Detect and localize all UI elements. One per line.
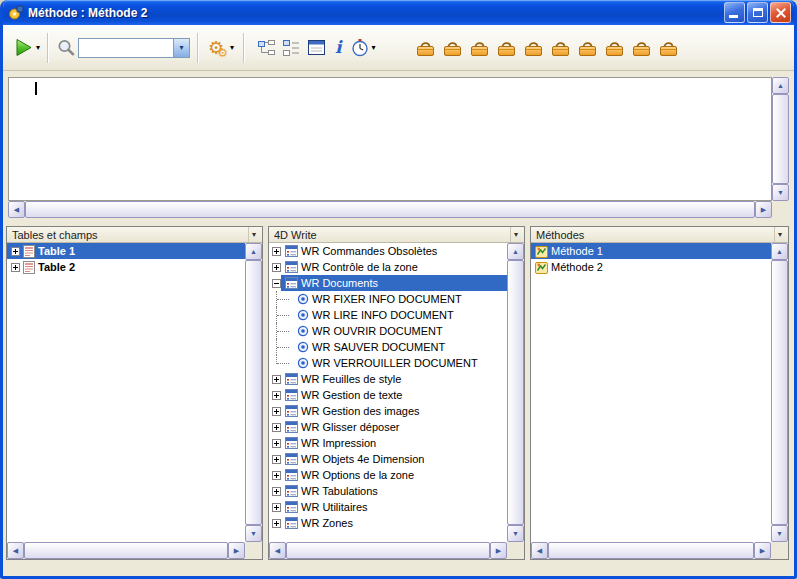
expander-icon[interactable] (272, 423, 281, 432)
tables-vertical-scrollbar[interactable]: ▲▼ (245, 243, 262, 542)
command-row[interactable]: WR OUVRIR DOCUMENT (269, 323, 507, 339)
expander-icon[interactable] (11, 263, 20, 272)
search-input[interactable] (79, 40, 173, 56)
info-button[interactable]: i (335, 39, 341, 56)
editor-vertical-scrollbar[interactable]: ▲▼ (772, 77, 789, 201)
expander-icon[interactable] (272, 503, 281, 512)
scroll-thumb[interactable] (548, 542, 754, 559)
minimize-button[interactable] (724, 2, 745, 23)
expander-icon[interactable] (272, 519, 281, 528)
settings-dropdown-icon[interactable]: ▾ (230, 44, 234, 52)
theme-row[interactable]: WR Gestion des images (269, 403, 507, 419)
expander-icon[interactable] (272, 439, 281, 448)
theme-row[interactable]: WR Zones (269, 515, 507, 531)
theme-row[interactable]: WR Tabulations (269, 483, 507, 499)
methods-horizontal-scrollbar[interactable]: ◀▶ (531, 542, 771, 559)
theme-row[interactable]: WR Objets 4e Dimension (269, 451, 507, 467)
theme-row[interactable]: WR Impression (269, 435, 507, 451)
scroll-thumb[interactable] (25, 201, 755, 218)
scroll-right-button[interactable]: ▶ (490, 542, 507, 559)
command-row[interactable]: WR VERROUILLER DOCUMENT (269, 355, 507, 371)
macro-button-5[interactable] (523, 38, 544, 58)
scroll-thumb[interactable] (245, 260, 262, 525)
collapse-tree-button[interactable] (283, 40, 300, 56)
scroll-down-button[interactable]: ▼ (772, 184, 789, 201)
macro-button-10[interactable] (658, 38, 679, 58)
scroll-right-button[interactable]: ▶ (755, 201, 772, 218)
scroll-left-button[interactable]: ◀ (531, 542, 548, 559)
scroll-up-button[interactable]: ▲ (772, 77, 789, 94)
expander-icon[interactable] (272, 391, 281, 400)
panel-menu-button[interactable]: ▾ (510, 227, 521, 242)
macro-button-9[interactable] (631, 38, 652, 58)
run-dropdown-icon[interactable]: ▾ (36, 44, 40, 52)
expander-icon[interactable] (272, 407, 281, 416)
scroll-thumb[interactable] (286, 542, 490, 559)
scroll-right-button[interactable]: ▶ (754, 542, 771, 559)
panel-menu-button[interactable]: ▾ (774, 227, 785, 242)
combo-dropdown-button[interactable]: ▾ (173, 39, 189, 57)
expander-icon[interactable] (272, 247, 281, 256)
scroll-up-button[interactable]: ▲ (245, 243, 262, 260)
editor-horizontal-scrollbar[interactable]: ◀▶ (8, 201, 772, 218)
method-row[interactable]: Méthode 1 (531, 243, 771, 259)
expander-icon[interactable] (272, 279, 281, 288)
expander-icon[interactable] (272, 471, 281, 480)
macro-button-3[interactable] (469, 38, 490, 58)
scroll-right-button[interactable]: ▶ (228, 542, 245, 559)
scroll-thumb[interactable] (771, 260, 788, 525)
timer-dropdown-icon[interactable]: ▾ (371, 44, 375, 52)
tables-horizontal-scrollbar[interactable]: ◀▶ (7, 542, 245, 559)
timer-button[interactable]: ▾ (351, 39, 375, 57)
expander-icon[interactable] (272, 487, 281, 496)
panel-menu-button[interactable]: ▾ (248, 227, 259, 242)
theme-row[interactable]: WR Feuilles de style (269, 371, 507, 387)
scroll-up-button[interactable]: ▲ (771, 243, 788, 260)
macro-button-7[interactable] (577, 38, 598, 58)
macro-button-1[interactable] (415, 38, 436, 58)
scroll-down-button[interactable]: ▼ (507, 525, 524, 542)
new-window-button[interactable] (308, 40, 325, 55)
expander-icon[interactable] (272, 263, 281, 272)
close-button[interactable] (770, 2, 791, 23)
method-row[interactable]: Méthode 2 (531, 259, 771, 275)
table-row[interactable]: Table 2 (7, 259, 245, 275)
run-method-button[interactable]: ▾ (13, 37, 40, 58)
scroll-thumb[interactable] (507, 260, 524, 525)
table-row[interactable]: Table 1 (7, 243, 245, 259)
command-row[interactable]: WR SAUVER DOCUMENT (269, 339, 507, 355)
scroll-thumb[interactable] (772, 94, 789, 184)
scroll-left-button[interactable]: ◀ (269, 542, 286, 559)
settings-button[interactable]: ⚙ ⚙ ▾ (208, 37, 234, 59)
theme-row[interactable]: WR Options de la zone (269, 467, 507, 483)
scroll-down-button[interactable]: ▼ (771, 525, 788, 542)
expander-icon[interactable] (11, 247, 20, 256)
theme-row[interactable]: WR Glisser déposer (269, 419, 507, 435)
expander-icon[interactable] (272, 375, 281, 384)
macro-button-2[interactable] (442, 38, 463, 58)
expander-icon[interactable] (272, 455, 281, 464)
expand-tree-button[interactable] (258, 40, 275, 56)
write-vertical-scrollbar[interactable]: ▲▼ (507, 243, 524, 542)
code-editor[interactable] (8, 77, 772, 201)
maximize-button[interactable] (747, 2, 768, 23)
theme-row[interactable]: WR Commandes Obsolètes (269, 243, 507, 259)
theme-row[interactable]: WR Gestion de texte (269, 387, 507, 403)
theme-row[interactable]: WR Contrôle de la zone (269, 259, 507, 275)
macro-button-8[interactable] (604, 38, 625, 58)
theme-row[interactable]: WR Documents (269, 275, 507, 291)
command-row[interactable]: WR FIXER INFO DOCUMENT (269, 291, 507, 307)
command-row[interactable]: WR LIRE INFO DOCUMENT (269, 307, 507, 323)
macro-button-6[interactable] (550, 38, 571, 58)
scroll-up-button[interactable]: ▲ (507, 243, 524, 260)
theme-row[interactable]: WR Utilitaires (269, 499, 507, 515)
titlebar[interactable]: Méthode : Méthode 2 (3, 0, 794, 25)
macro-button-4[interactable] (496, 38, 517, 58)
scroll-thumb[interactable] (24, 542, 228, 559)
search-button[interactable] (56, 38, 76, 58)
write-horizontal-scrollbar[interactable]: ◀▶ (269, 542, 507, 559)
methods-vertical-scrollbar[interactable]: ▲▼ (771, 243, 788, 542)
scroll-down-button[interactable]: ▼ (245, 525, 262, 542)
scroll-left-button[interactable]: ◀ (7, 542, 24, 559)
scroll-left-button[interactable]: ◀ (8, 201, 25, 218)
